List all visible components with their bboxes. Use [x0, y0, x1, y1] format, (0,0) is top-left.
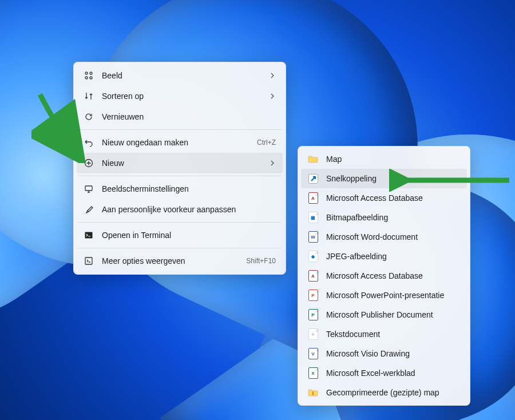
desktop-context-menu: Beeld Sorteren op Vernieuwen Nie: [73, 62, 286, 275]
svg-point-0: [85, 72, 88, 74]
menu-label: Beeldscherminstellingen: [102, 184, 276, 193]
terminal-icon: [84, 230, 94, 240]
menu-separator: [78, 222, 282, 223]
submenu-item-bitmap[interactable]: ▦ Bitmapafbeelding: [301, 208, 467, 227]
new-submenu: Map Snelkoppeling A Microsoft Access Dat…: [298, 146, 470, 406]
menu-label: Microsoft Access Database: [326, 271, 460, 280]
menu-item-view[interactable]: Beeld: [77, 65, 283, 86]
plus-circle-icon: [84, 158, 94, 168]
menu-label: Microsoft PowerPoint-presentatie: [326, 291, 460, 300]
svg-point-2: [85, 77, 88, 79]
menu-shortcut: Ctrl+Z: [257, 138, 276, 146]
menu-label: Tekstdocument: [326, 330, 460, 339]
undo-icon: [84, 137, 94, 148]
visio-icon: V: [308, 348, 318, 359]
submenu-item-folder[interactable]: Map: [301, 149, 467, 169]
svg-rect-6: [85, 232, 93, 239]
text-icon: ≡: [308, 329, 318, 339]
submenu-item-access[interactable]: A Microsoft Access Database: [301, 188, 467, 208]
menu-item-undo[interactable]: Nieuw ongedaan maken Ctrl+Z: [77, 132, 283, 153]
jpeg-icon: ◆: [308, 251, 318, 261]
menu-item-more-options[interactable]: Meer opties weergeven Shift+F10: [77, 251, 283, 271]
menu-label: Microsoft Visio Drawing: [326, 349, 460, 358]
submenu-item-excel[interactable]: X Microsoft Excel-werkblad: [301, 363, 467, 383]
menu-item-new[interactable]: Nieuw: [77, 153, 283, 173]
menu-item-refresh[interactable]: Vernieuwen: [77, 106, 283, 127]
sort-icon: [84, 91, 94, 101]
submenu-item-visio[interactable]: V Microsoft Visio Drawing: [301, 344, 467, 363]
menu-separator: [78, 248, 282, 248]
powerpoint-icon: P: [308, 290, 318, 300]
menu-item-display-settings[interactable]: Beeldscherminstellingen: [77, 179, 283, 199]
menu-label: Microsoft Word-document: [326, 232, 460, 241]
folder-icon: [308, 154, 318, 164]
submenu-item-shortcut[interactable]: Snelkoppeling: [301, 169, 467, 188]
menu-label: JPEG-afbeelding: [326, 252, 460, 261]
menu-label: Microsoft Access Database: [326, 193, 460, 203]
menu-label: Microsoft Publisher Document: [326, 310, 460, 319]
menu-label: Snelkoppeling: [326, 174, 460, 183]
submenu-item-word[interactable]: W Microsoft Word-document: [301, 227, 467, 247]
menu-label: Microsoft Excel-werkblad: [326, 369, 460, 378]
chevron-right-icon: [269, 160, 276, 167]
menu-shortcut: Shift+F10: [246, 257, 276, 265]
menu-item-terminal[interactable]: Openen in Terminal: [77, 225, 283, 245]
chevron-right-icon: [269, 72, 276, 79]
bitmap-icon: ▦: [308, 212, 318, 223]
menu-label: Beeld: [102, 71, 269, 80]
svg-rect-9: [312, 391, 314, 395]
submenu-item-zip[interactable]: Gecomprimeerde (gezipte) map: [301, 383, 467, 402]
shortcut-icon: [308, 173, 318, 184]
menu-separator: [78, 129, 282, 130]
menu-label: Map: [326, 154, 460, 164]
submenu-item-publisher[interactable]: P Microsoft Publisher Document: [301, 305, 467, 324]
publisher-icon: P: [308, 310, 318, 320]
menu-item-personalize[interactable]: Aan persoonlijke voorkeur aanpassen: [77, 199, 283, 220]
menu-label: Bitmapafbeelding: [326, 213, 460, 222]
word-icon: W: [308, 232, 318, 242]
menu-separator: [78, 176, 282, 176]
submenu-item-jpeg[interactable]: ◆ JPEG-afbeelding: [301, 247, 467, 266]
menu-label: Meer opties weergeven: [102, 256, 241, 266]
access-icon: A: [308, 271, 318, 281]
svg-rect-7: [85, 257, 92, 264]
menu-label: Vernieuwen: [102, 112, 276, 121]
submenu-item-text[interactable]: ≡ Tekstdocument: [301, 324, 467, 344]
svg-rect-5: [85, 186, 92, 191]
submenu-item-powerpoint[interactable]: P Microsoft PowerPoint-presentatie: [301, 286, 467, 305]
display-icon: [84, 184, 94, 194]
submenu-item-access2[interactable]: A Microsoft Access Database: [301, 266, 467, 286]
menu-label: Gecomprimeerde (gezipte) map: [326, 388, 460, 397]
menu-label: Openen in Terminal: [102, 231, 276, 240]
brush-icon: [84, 204, 94, 215]
zip-icon: [308, 387, 318, 398]
access-icon: A: [308, 193, 318, 203]
svg-point-3: [90, 77, 92, 79]
more-icon: [84, 256, 94, 266]
svg-point-1: [90, 72, 92, 74]
menu-label: Sorteren op: [102, 92, 269, 101]
menu-label: Nieuw: [102, 159, 269, 168]
chevron-right-icon: [269, 93, 276, 100]
menu-item-sort[interactable]: Sorteren op: [77, 86, 283, 106]
menu-label: Aan persoonlijke voorkeur aanpassen: [102, 205, 276, 214]
menu-label: Nieuw ongedaan maken: [102, 138, 252, 147]
refresh-icon: [84, 112, 94, 122]
excel-icon: X: [308, 368, 318, 378]
grid-icon: [84, 70, 94, 81]
